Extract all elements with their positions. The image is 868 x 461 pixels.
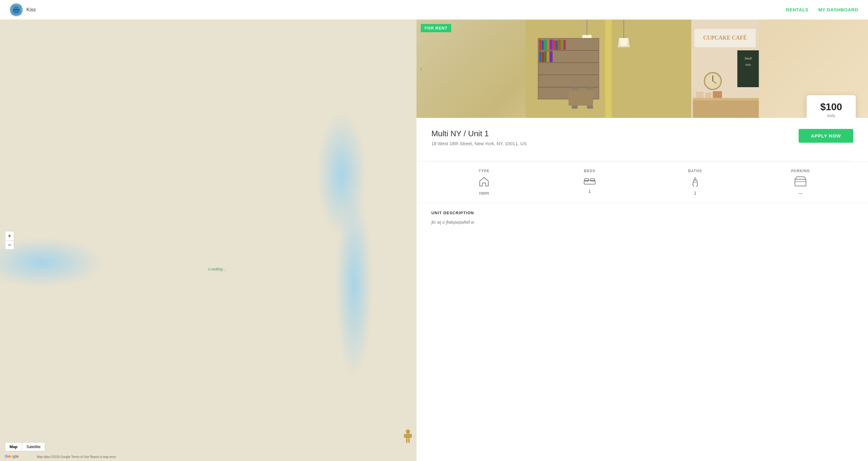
svg-rect-143	[696, 92, 704, 98]
title-row: Multi NY / Unit 1 18 West 18th Street, N…	[416, 118, 868, 161]
zoom-in-button[interactable]: +	[5, 231, 14, 240]
svg-rect-145	[713, 91, 722, 98]
svg-rect-144	[705, 93, 711, 98]
svg-rect-3	[13, 8, 19, 9]
header-left: Kiss	[10, 3, 36, 16]
svg-rect-8	[13, 11, 19, 12]
bath-icon	[647, 176, 743, 189]
parking-icon	[753, 176, 848, 189]
svg-rect-112	[547, 40, 549, 50]
main-content: MANHATTAN Weehawken Secaucus North Berge…	[0, 20, 868, 461]
map-background	[0, 20, 416, 461]
apply-now-button[interactable]: APPLY NOW	[799, 129, 853, 143]
map-zoom-controls: + −	[5, 231, 14, 249]
svg-rect-114	[553, 40, 555, 50]
prev-image-btn[interactable]: ‹	[420, 64, 422, 74]
svg-rect-116	[558, 39, 561, 50]
feature-beds: BEDS 1	[537, 169, 642, 195]
baths-label: BATHS	[647, 169, 743, 173]
for-rent-badge: FOR RENT	[421, 24, 451, 32]
house-icon	[436, 176, 532, 189]
svg-rect-142	[693, 98, 759, 100]
svg-rect-118	[563, 40, 566, 50]
map-panel: MANHATTAN Weehawken Secaucus North Berge…	[0, 20, 416, 461]
nav-dashboard[interactable]: MY DASHBOARD	[818, 7, 858, 12]
svg-rect-127	[572, 87, 578, 90]
type-label: TYPE	[436, 169, 532, 173]
bed-icon	[542, 176, 638, 187]
svg-rect-93	[406, 439, 408, 443]
property-image: CUPCAKE CAFÉ Souf daily Loading...	[416, 20, 868, 118]
price-period: daily	[819, 113, 843, 118]
detail-panel: CUPCAKE CAFÉ Souf daily Loading...	[416, 20, 868, 461]
svg-rect-5	[13, 9, 20, 10]
svg-rect-120	[542, 52, 545, 62]
property-address: 18 West 18th Street, New York, NY, 10011…	[431, 141, 526, 146]
map-type-map[interactable]: Map	[5, 442, 22, 451]
price-amount: $100	[819, 101, 843, 113]
header-nav: RENTALS MY DASHBOARD	[786, 7, 858, 12]
svg-rect-134	[738, 50, 759, 87]
svg-rect-94	[408, 439, 410, 443]
header: Kiss RENTALS MY DASHBOARD	[0, 0, 868, 20]
header-user-name: Kiss	[26, 7, 36, 12]
svg-rect-110	[542, 40, 544, 50]
svg-rect-109	[539, 39, 542, 50]
svg-rect-117	[561, 40, 563, 50]
description-text: jkr wj o jfwkpwpwfwf w	[431, 219, 853, 225]
svg-rect-113	[550, 39, 553, 50]
svg-rect-10	[14, 13, 18, 14]
svg-rect-115	[556, 40, 558, 50]
parking-label: PARKING	[753, 169, 848, 173]
svg-rect-92	[410, 434, 412, 438]
map-type-satellite[interactable]: Satellite	[22, 442, 45, 451]
svg-rect-128	[587, 87, 593, 90]
price-card: $100 daily	[807, 95, 856, 118]
svg-rect-125	[606, 20, 612, 118]
svg-rect-9	[13, 12, 19, 13]
google-logo: Google	[5, 454, 19, 459]
property-title: Multi NY / Unit 1	[431, 129, 526, 139]
svg-rect-111	[544, 40, 547, 50]
svg-text:CUPCAKE CAFÉ: CUPCAKE CAFÉ	[703, 34, 747, 41]
svg-rect-7	[13, 11, 20, 11]
svg-rect-2	[14, 7, 19, 8]
beds-label: BEDS	[542, 169, 638, 173]
svg-rect-4	[13, 9, 19, 9]
svg-rect-129	[572, 105, 578, 109]
feature-type: TYPE room	[431, 169, 537, 195]
svg-text:Souf: Souf	[745, 57, 752, 60]
description-title: UNIT DESCRIPTION	[431, 211, 853, 215]
description-section: UNIT DESCRIPTION jkr wj o jfwkpwpwfwf w	[416, 203, 868, 233]
title-section: Multi NY / Unit 1 18 West 18th Street, N…	[431, 129, 526, 153]
svg-rect-6	[12, 10, 20, 11]
svg-rect-126	[569, 90, 593, 105]
zoom-out-button[interactable]: −	[5, 240, 14, 249]
type-value: room	[436, 191, 532, 195]
avatar	[10, 3, 23, 16]
map-footer: Map data ©2019 Google Terms of Use Repor…	[37, 455, 116, 459]
svg-rect-121	[545, 51, 547, 62]
svg-rect-91	[404, 434, 406, 438]
svg-rect-90	[406, 434, 410, 439]
features-row: TYPE room BEDS	[416, 161, 868, 203]
feature-parking: PARKING —	[748, 169, 853, 195]
svg-point-89	[406, 429, 410, 434]
svg-rect-130	[587, 105, 593, 109]
svg-rect-123	[550, 51, 553, 62]
nav-rentals[interactable]: RENTALS	[786, 7, 808, 12]
map-type-controls: Map Satellite	[5, 442, 45, 451]
street-view-pegman[interactable]	[403, 429, 413, 441]
svg-rect-153	[795, 179, 806, 186]
svg-rect-122	[547, 52, 549, 62]
svg-rect-1	[14, 6, 18, 7]
feature-baths: BATHS 1	[642, 169, 748, 195]
beds-value: 1	[542, 189, 638, 194]
svg-rect-141	[693, 99, 759, 118]
svg-marker-102	[619, 38, 629, 46]
svg-text:daily: daily	[745, 63, 751, 66]
baths-value: 1	[647, 191, 743, 195]
svg-rect-119	[539, 51, 541, 62]
parking-value: —	[753, 191, 848, 195]
